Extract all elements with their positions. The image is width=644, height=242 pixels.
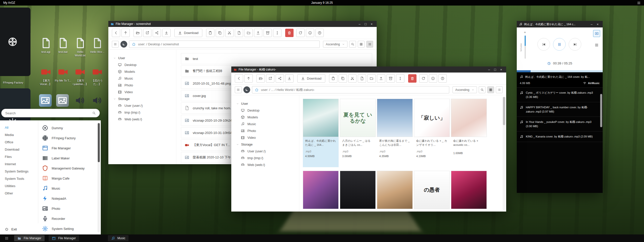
category-item[interactable]: Media xyxy=(0,131,38,139)
sidebar-section-header[interactable]: Storage xyxy=(108,95,176,102)
archive-button[interactable] xyxy=(264,29,272,37)
category-item[interactable]: Internet xyxy=(0,160,38,168)
app-item[interactable]: File Manager xyxy=(38,143,97,153)
info-button[interactable] xyxy=(306,29,314,37)
open-button[interactable] xyxy=(134,29,142,37)
new-file-button[interactable] xyxy=(235,29,243,37)
sidebar-item[interactable]: tmp (tmp:/) xyxy=(231,155,299,161)
minimize-button[interactable]: – xyxy=(486,68,492,72)
desktop-icon[interactable]: Fly Me To T... xyxy=(54,65,72,92)
app-item[interactable]: NotepadA xyxy=(38,193,97,203)
refresh-button[interactable] xyxy=(419,74,428,83)
desktop-icon[interactable]: test.bat xyxy=(54,37,72,63)
scrollbar[interactable] xyxy=(503,96,505,210)
file-tile[interactable]: 君が夜の海に還るまで _ こんにちは谷田... .mp3 4.35MB xyxy=(377,99,413,167)
info-button[interactable] xyxy=(429,74,437,83)
desktop-icon[interactable]: Hello Wor... xyxy=(89,37,106,63)
refresh-button[interactable] xyxy=(296,29,305,37)
sidebar-item[interactable]: Photo xyxy=(231,127,299,134)
help-button[interactable] xyxy=(438,74,447,83)
sidebar-item[interactable]: Web (web:/) xyxy=(108,116,176,123)
sidebar-item[interactable]: Music xyxy=(108,75,176,82)
dark-mode-button[interactable] xyxy=(243,86,250,93)
up-button[interactable] xyxy=(121,29,130,37)
sidebar-section-header[interactable]: User xyxy=(231,100,299,107)
taskbar-item[interactable]: File Manager xyxy=(14,235,45,241)
download-button[interactable]: Download xyxy=(297,74,325,83)
share-button[interactable] xyxy=(276,74,284,83)
sidebar-item[interactable]: User (user:/) xyxy=(108,102,176,109)
new-folder-button[interactable] xyxy=(367,74,376,83)
grid-view-button[interactable] xyxy=(358,41,365,48)
sidebar-item[interactable]: tmp (tmp:/) xyxy=(108,109,176,116)
sidebar-item[interactable]: Video xyxy=(108,89,176,95)
cast-button[interactable] xyxy=(593,30,600,37)
minimize-button[interactable]: – xyxy=(357,22,362,26)
list-view-button[interactable] xyxy=(366,41,373,48)
playlist-item[interactable]: In Your Hands _ yusukeP cover. by 柘榴-zak… xyxy=(517,117,603,131)
rename-button[interactable] xyxy=(273,29,281,37)
taskbar-item[interactable]: Music xyxy=(108,235,128,241)
volume-plus[interactable]: + xyxy=(524,30,526,34)
airmusic-button[interactable]: AirMusic xyxy=(583,81,600,85)
app-item[interactable]: Label Maker xyxy=(38,153,97,163)
exit-button[interactable]: Exit xyxy=(0,224,38,234)
desktop-icon[interactable]: 【東方Vocal...】 xyxy=(37,65,54,92)
start-button[interactable] xyxy=(3,234,11,242)
desktop-icon[interactable]: 【恋のうた...】 xyxy=(89,65,106,92)
app-item[interactable]: Manga Cafe xyxy=(38,173,97,183)
category-item[interactable]: All xyxy=(0,124,38,131)
help-button[interactable] xyxy=(315,29,324,37)
sidebar-item[interactable]: Models xyxy=(108,68,176,75)
window-titlebar[interactable]: File Manager - 柘榴-zakuro- – □ × xyxy=(231,66,506,73)
app-item[interactable]: Music xyxy=(38,183,97,193)
delete-button[interactable] xyxy=(285,29,294,37)
category-item[interactable]: Office xyxy=(0,139,38,146)
sidebar-toggle-button[interactable] xyxy=(235,86,242,93)
sidebar-item[interactable]: Desktop xyxy=(231,107,299,114)
aroz-brand[interactable]: My ArOZ xyxy=(3,1,15,5)
upload-button[interactable] xyxy=(377,74,385,83)
now-playing[interactable]: 例えば、今此処に置かれた花に _ 164 cover. by 柘... 4.99… xyxy=(517,72,603,88)
category-item[interactable]: Utilities xyxy=(0,182,38,190)
list-view-button[interactable] xyxy=(496,86,503,93)
app-item[interactable]: Recorder xyxy=(38,214,97,224)
up-button[interactable] xyxy=(244,74,253,83)
category-item[interactable]: System Settings xyxy=(0,168,38,175)
sidebar-item[interactable]: Desktop xyxy=(108,61,176,68)
sidebar-item[interactable]: Web (web:/) xyxy=(231,161,299,168)
app-list-scrollbar[interactable] xyxy=(98,122,100,232)
open-new-window-button[interactable] xyxy=(266,74,274,83)
sort-dropdown[interactable]: Ascending xyxy=(453,86,477,93)
maximize-button[interactable]: □ xyxy=(363,22,368,26)
app-item[interactable]: System Setting xyxy=(38,224,97,234)
cut-button[interactable] xyxy=(348,74,357,83)
open-new-window-button[interactable] xyxy=(143,29,151,37)
taskbar-item[interactable]: File Manager xyxy=(49,235,79,241)
back-button[interactable] xyxy=(112,29,120,37)
playlist-scrollbar-thumb[interactable] xyxy=(600,94,602,127)
search-input[interactable] xyxy=(5,111,92,115)
file-tile[interactable]: 命に嫌われている + acoustic co... 1.69MB xyxy=(451,99,487,167)
sidebar-item[interactable]: User (user:/) xyxy=(231,148,299,155)
menu-icon[interactable] xyxy=(637,1,641,5)
desktop-icon[interactable]: test.agi xyxy=(37,37,54,63)
file-tile[interactable]: 例えば、今此処に置かれた花に _ 164... .mp3 4.99MB xyxy=(303,99,339,167)
file-tile[interactable]: 四季折々に擡頭し... xyxy=(303,171,339,212)
upload-button[interactable] xyxy=(254,29,262,37)
playlist-item[interactable]: KING _ Kanaria cover. by 柘榴-zakuro-.mp3 … xyxy=(517,131,603,142)
sidebar-section-header[interactable]: Storage xyxy=(231,141,299,148)
sidebar-item[interactable]: Models xyxy=(231,114,299,121)
desktop-icon[interactable]: Hello World.txt xyxy=(72,37,89,63)
app-item[interactable]: Dummy xyxy=(38,123,97,133)
minimize-button[interactable]: – xyxy=(589,22,594,26)
search-icon[interactable] xyxy=(92,111,96,115)
sidebar-item[interactable]: Video xyxy=(231,134,299,141)
app-list-scrollbar-thumb[interactable] xyxy=(98,123,100,162)
previous-track-button[interactable] xyxy=(537,38,550,51)
search-button[interactable] xyxy=(349,41,356,48)
app-item[interactable]: Photo xyxy=(38,203,97,214)
file-tile[interactable]: 孤＿HamP cover... xyxy=(340,171,376,212)
sort-dropdown[interactable]: Ascending xyxy=(323,41,347,48)
category-item[interactable]: Files xyxy=(0,153,38,160)
